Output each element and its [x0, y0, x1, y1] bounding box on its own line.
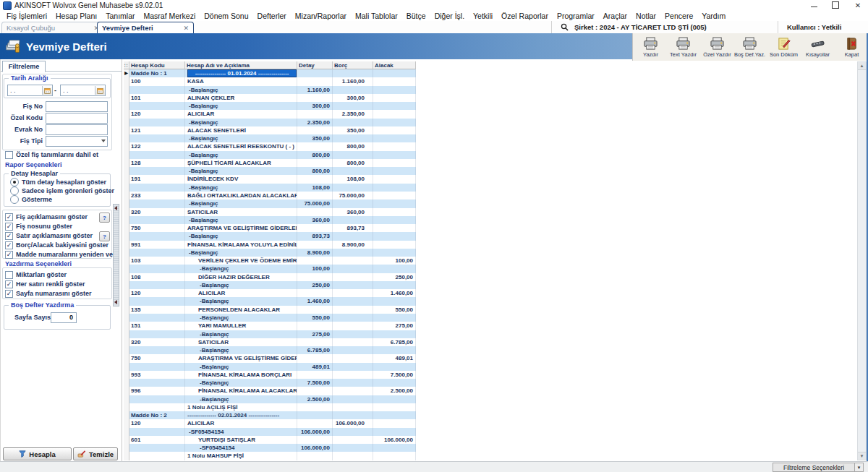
- column-header-0[interactable]: Hesap Kodu: [129, 61, 185, 69]
- table-row[interactable]: -SF05454154106.000,00: [124, 444, 416, 452]
- table-row[interactable]: 135PERSONELDEN ALACAKLAR550,00: [124, 306, 416, 314]
- table-row[interactable]: -Başlangıç800,00: [124, 151, 416, 159]
- hesapla-button[interactable]: Hesapla: [3, 447, 72, 460]
- table-row[interactable]: -Başlangıç100,00: [124, 265, 416, 273]
- table-row[interactable]: -Başlangıç300,00: [124, 102, 416, 110]
- table-row[interactable]: 120ALICILAR1.460,00: [124, 289, 416, 297]
- column-header-2[interactable]: Detay: [297, 61, 333, 69]
- checkbox-row[interactable]: ✓Fiş nosunu göster: [5, 222, 72, 231]
- table-row[interactable]: -Başlangıç550,00: [124, 314, 416, 322]
- table-row[interactable]: 100KASA1.160,00: [124, 77, 416, 85]
- maximize-button[interactable]: [832, 1, 839, 9]
- menu-item-16[interactable]: Yardım: [697, 12, 730, 20]
- table-row[interactable]: 993FİNANSAL KİRALAMA BORÇLARI7.500,00: [124, 371, 416, 379]
- table-row[interactable]: -Başlangıç360,00: [124, 216, 416, 224]
- checkbox-row[interactable]: ✓Sayfa numarasını göster: [5, 289, 92, 298]
- table-row[interactable]: Madde No : 2--------------- 02.01.2024 -…: [124, 411, 416, 419]
- calendar-icon[interactable]: [95, 86, 105, 95]
- menu-item-12[interactable]: Programlar: [553, 12, 599, 20]
- menu-item-9[interactable]: Diğer İşl.: [430, 12, 469, 20]
- evrak-no-input[interactable]: [46, 124, 108, 135]
- table-row[interactable]: -SF05454154106.000,00: [124, 428, 416, 436]
- scroll-up-icon[interactable]: ▲: [858, 62, 866, 70]
- checkbox-row[interactable]: ✓Borç/Alacak bakiyesini göster: [5, 241, 109, 249]
- checkbox-row[interactable]: ✓Her satırı renkli göster: [5, 280, 85, 288]
- column-header-1[interactable]: Hesap Adı ve Açıklama: [185, 61, 297, 69]
- panel-splitter[interactable]: [113, 204, 119, 306]
- vertical-scrollbar[interactable]: ▲ ▼: [857, 61, 867, 460]
- column-header-4[interactable]: Alacak: [373, 61, 416, 69]
- tab-filtreleme[interactable]: Filtreleme: [2, 61, 46, 72]
- tab-close-icon[interactable]: ✕: [183, 25, 189, 32]
- toolbar-button-son-d-k-m[interactable]: Son Döküm: [767, 34, 800, 60]
- help-button[interactable]: ?: [99, 213, 110, 223]
- sayfa-sayisi-input[interactable]: 0: [51, 312, 77, 323]
- table-row[interactable]: -Başlangıç108,00: [124, 184, 416, 192]
- toolbar-button--zel-yazd-r[interactable]: Özel Yazdır: [701, 34, 733, 60]
- tab-kisayol-cubugu[interactable]: Kısayol Çubuğu ✕: [1, 22, 104, 33]
- minimize-button[interactable]: [811, 3, 817, 7]
- table-row[interactable]: -Başlangıç1.460,00: [124, 297, 416, 305]
- table-row[interactable]: 108DİĞER HAZIR DEĞERLER250,00: [124, 273, 416, 281]
- checkbox-row[interactable]: ✓Madde numaralarını yeniden ver: [5, 250, 116, 259]
- table-row[interactable]: 121ALACAK SENETLERİ350,00: [124, 126, 416, 134]
- table-row[interactable]: 233BAĞLI ORTAKLIKLARDAN ALACAKLAR ( U.V …: [124, 192, 416, 199]
- table-row[interactable]: 122ALACAK SENETLERİ REESKONTU ( - )800,0…: [124, 142, 416, 150]
- menu-item-5[interactable]: Defterler: [253, 12, 291, 20]
- filtreleme-secenekleri-dropdown[interactable]: Filtreleme Seçenekleri ▼: [773, 463, 864, 472]
- table-row[interactable]: -Başlangıç250,00: [124, 281, 416, 289]
- scroll-down-icon[interactable]: ▼: [858, 452, 866, 460]
- table-row[interactable]: -Başlangıç1.160,00: [124, 86, 416, 94]
- table-row[interactable]: 1 Nolu AÇILIŞ FİŞİ: [124, 403, 416, 411]
- table-row[interactable]: -Başlangıç2.500,00: [124, 395, 416, 403]
- toolbar-button-yazd-r[interactable]: Yazdır: [634, 34, 667, 60]
- menu-item-14[interactable]: Notlar: [631, 12, 660, 20]
- fis-tipi-select[interactable]: [46, 136, 108, 147]
- table-row[interactable]: 151YARI MAMULLER275,00: [124, 322, 416, 330]
- menu-item-2[interactable]: Tanımlar: [101, 12, 139, 20]
- checkbox-row[interactable]: Miktarları göster: [5, 270, 67, 279]
- menu-item-4[interactable]: Dönem Sonu: [200, 12, 252, 20]
- menu-item-1[interactable]: Hesap Planı: [51, 12, 101, 20]
- help-button[interactable]: ?: [99, 231, 110, 241]
- date-from-field[interactable]: . .: [7, 85, 53, 96]
- toolbar-button-kapat[interactable]: Kapat: [835, 34, 868, 60]
- menu-item-11[interactable]: Özel Raporlar: [497, 12, 553, 20]
- table-row[interactable]: 750ARAŞTIRMA VE GELİŞTİRME GİDERLERİ489,…: [124, 354, 416, 362]
- table-row[interactable]: -Başlangıç350,00: [124, 134, 416, 142]
- table-row[interactable]: 1 Nolu MAHSUP FİŞİ: [124, 452, 416, 460]
- checkbox-row[interactable]: ✓Fiş açıklamasını göster: [5, 213, 88, 221]
- menu-item-15[interactable]: Pencere: [660, 12, 697, 20]
- radio-option-2[interactable]: Gösterme: [10, 195, 52, 204]
- menu-item-8[interactable]: Bütçe: [402, 12, 430, 20]
- table-row[interactable]: 101ALINAN ÇEKLER300,00: [124, 94, 416, 102]
- table-row[interactable]: ▶Madde No : 1---------------- 01.01.2024…: [124, 69, 416, 77]
- table-row[interactable]: 128ŞÜPHELİ TİCARİ ALACAKLAR800,00: [124, 159, 416, 167]
- table-row[interactable]: -Başlangıç8.900,00: [124, 249, 416, 257]
- table-row[interactable]: 996FİNANSAL KİRALAMA ALACAKLARI2.500,00: [124, 387, 416, 395]
- close-button[interactable]: ✕: [854, 1, 862, 9]
- -zel-kodu-input[interactable]: [46, 113, 108, 124]
- menu-item-10[interactable]: Yetkili: [469, 12, 497, 20]
- table-row[interactable]: 320SATICILAR360,00: [124, 208, 416, 216]
- temizle-button[interactable]: Temizle: [73, 447, 118, 460]
- table-row[interactable]: -Başlangıç800,00: [124, 167, 416, 175]
- table-row[interactable]: -Başlangıç6.785,00: [124, 346, 416, 354]
- toolbar-button-bo-def-yaz-[interactable]: Boş Def.Yaz.: [733, 34, 766, 60]
- tab-yevmiye-defteri[interactable]: Yevmiye Defteri ✕: [97, 22, 194, 33]
- table-row[interactable]: -Başlangıç75.000,00: [124, 199, 416, 207]
- table-row[interactable]: 601YURTDIŞI SATIŞLAR106.000,00: [124, 436, 416, 444]
- table-row[interactable]: 103VERİLEN ÇEKLER VE ÖDEME EMİRLERİ HE10…: [124, 257, 416, 265]
- table-row[interactable]: -Başlangıç2.350,00: [124, 119, 416, 126]
- search-icon[interactable]: [561, 23, 569, 31]
- radio-option-1[interactable]: Sadece işlem görenleri göster: [10, 186, 114, 195]
- table-row[interactable]: 750ARAŞTIRMA VE GELİŞTİRME GİDERLERİ893,…: [124, 224, 416, 232]
- radio-option-0[interactable]: Tüm detay hesapları göster: [10, 178, 106, 186]
- table-row[interactable]: -Başlangıç893,73: [124, 232, 416, 240]
- table-row[interactable]: -Başlangıç275,00: [124, 330, 416, 338]
- menu-item-13[interactable]: Araçlar: [599, 12, 631, 20]
- menu-item-6[interactable]: Mizan/Raporlar: [291, 12, 351, 20]
- toolbar-button-text-yazd-r[interactable]: Text Yazdır: [667, 34, 699, 60]
- menu-item-7[interactable]: Mali Tablolar: [351, 12, 402, 20]
- table-row[interactable]: 320SATICILAR6.785,00: [124, 338, 416, 346]
